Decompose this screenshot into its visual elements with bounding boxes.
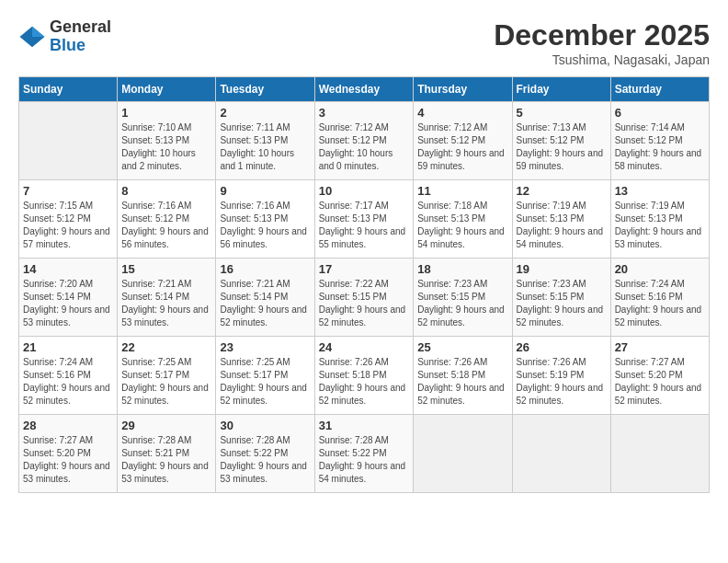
calendar-week-row: 1Sunrise: 7:10 AMSunset: 5:13 PMDaylight… [19,102,710,180]
day-number: 28 [23,419,113,432]
day-info: Sunrise: 7:26 AMSunset: 5:18 PMDaylight:… [319,356,410,408]
calendar-cell [19,102,118,180]
day-number: 21 [23,340,113,354]
day-info: Sunrise: 7:15 AMSunset: 5:12 PMDaylight:… [23,200,113,251]
day-number: 7 [23,184,113,198]
calendar-cell: 26Sunrise: 7:26 AMSunset: 5:19 PMDayligh… [512,337,610,415]
day-number: 9 [220,184,310,198]
day-info: Sunrise: 7:19 AMSunset: 5:13 PMDaylight:… [517,200,607,251]
weekday-header: Monday [118,77,216,102]
calendar-cell: 7Sunrise: 7:15 AMSunset: 5:12 PMDaylight… [19,180,118,259]
day-number: 3 [319,106,410,120]
day-number: 1 [121,106,211,120]
day-number: 8 [121,184,211,198]
calendar-cell: 6Sunrise: 7:14 AMSunset: 5:12 PMDaylight… [610,102,709,180]
calendar-cell: 5Sunrise: 7:13 AMSunset: 5:12 PMDaylight… [512,102,610,180]
day-info: Sunrise: 7:16 AMSunset: 5:12 PMDaylight:… [121,200,211,251]
day-info: Sunrise: 7:27 AMSunset: 5:20 PMDaylight:… [615,356,705,408]
calendar-cell: 8Sunrise: 7:16 AMSunset: 5:12 PMDaylight… [118,180,216,259]
logo-text: General Blue [50,18,111,55]
weekday-header-row: SundayMondayTuesdayWednesdayThursdayFrid… [19,77,710,102]
calendar-cell: 1Sunrise: 7:10 AMSunset: 5:13 PMDaylight… [118,102,216,180]
day-info: Sunrise: 7:13 AMSunset: 5:12 PMDaylight:… [517,121,607,173]
day-info: Sunrise: 7:25 AMSunset: 5:17 PMDaylight:… [121,356,211,408]
calendar-cell [414,415,512,493]
weekday-header: Wednesday [314,77,414,102]
day-number: 27 [615,340,705,354]
svg-marker-1 [32,27,45,37]
calendar-week-row: 7Sunrise: 7:15 AMSunset: 5:12 PMDaylight… [19,180,710,259]
day-number: 6 [615,106,705,120]
day-info: Sunrise: 7:14 AMSunset: 5:12 PMDaylight:… [615,121,705,173]
calendar-cell: 24Sunrise: 7:26 AMSunset: 5:18 PMDayligh… [314,337,414,415]
weekday-header: Friday [512,77,610,102]
day-info: Sunrise: 7:24 AMSunset: 5:16 PMDaylight:… [615,278,705,329]
calendar-cell: 27Sunrise: 7:27 AMSunset: 5:20 PMDayligh… [610,337,709,415]
day-number: 29 [121,419,211,432]
calendar-cell: 17Sunrise: 7:22 AMSunset: 5:15 PMDayligh… [314,259,414,337]
day-number: 20 [615,262,705,276]
day-info: Sunrise: 7:21 AMSunset: 5:14 PMDaylight:… [121,278,211,329]
calendar-cell: 21Sunrise: 7:24 AMSunset: 5:16 PMDayligh… [19,337,118,415]
calendar-cell: 25Sunrise: 7:26 AMSunset: 5:18 PMDayligh… [414,337,512,415]
day-number: 24 [319,340,410,354]
day-number: 11 [417,184,507,198]
logo: General Blue [18,18,111,55]
weekday-header: Tuesday [216,77,314,102]
day-info: Sunrise: 7:28 AMSunset: 5:21 PMDaylight:… [121,434,211,486]
day-number: 4 [417,106,507,120]
day-info: Sunrise: 7:18 AMSunset: 5:13 PMDaylight:… [417,200,507,251]
day-info: Sunrise: 7:12 AMSunset: 5:12 PMDaylight:… [319,121,410,173]
location: Tsushima, Nagasaki, Japan [494,52,710,67]
calendar-cell: 31Sunrise: 7:28 AMSunset: 5:22 PMDayligh… [314,415,414,493]
day-number: 15 [121,262,211,276]
day-number: 17 [319,262,410,276]
day-number: 10 [319,184,410,198]
day-info: Sunrise: 7:11 AMSunset: 5:13 PMDaylight:… [220,121,310,173]
day-number: 30 [220,419,310,432]
calendar-cell: 29Sunrise: 7:28 AMSunset: 5:21 PMDayligh… [118,415,216,493]
calendar-cell: 10Sunrise: 7:17 AMSunset: 5:13 PMDayligh… [314,180,414,259]
day-info: Sunrise: 7:22 AMSunset: 5:15 PMDaylight:… [319,278,410,329]
calendar-cell: 16Sunrise: 7:21 AMSunset: 5:14 PMDayligh… [216,259,314,337]
calendar-cell: 20Sunrise: 7:24 AMSunset: 5:16 PMDayligh… [610,259,709,337]
day-number: 19 [517,262,607,276]
calendar-cell: 18Sunrise: 7:23 AMSunset: 5:15 PMDayligh… [414,259,512,337]
day-number: 31 [319,419,410,432]
title-area: December 2025 Tsushima, Nagasaki, Japan [494,18,710,67]
calendar-cell: 12Sunrise: 7:19 AMSunset: 5:13 PMDayligh… [512,180,610,259]
day-number: 5 [517,106,607,120]
day-number: 25 [417,340,507,354]
day-number: 26 [517,340,607,354]
day-number: 22 [121,340,211,354]
day-info: Sunrise: 7:21 AMSunset: 5:14 PMDaylight:… [220,278,310,329]
calendar-cell: 23Sunrise: 7:25 AMSunset: 5:17 PMDayligh… [216,337,314,415]
day-number: 16 [220,262,310,276]
day-info: Sunrise: 7:17 AMSunset: 5:13 PMDaylight:… [319,200,410,251]
calendar-cell: 3Sunrise: 7:12 AMSunset: 5:12 PMDaylight… [314,102,414,180]
calendar-week-row: 21Sunrise: 7:24 AMSunset: 5:16 PMDayligh… [19,337,710,415]
day-info: Sunrise: 7:26 AMSunset: 5:19 PMDaylight:… [517,356,607,408]
calendar-cell: 11Sunrise: 7:18 AMSunset: 5:13 PMDayligh… [414,180,512,259]
day-info: Sunrise: 7:24 AMSunset: 5:16 PMDaylight:… [23,356,113,408]
day-info: Sunrise: 7:27 AMSunset: 5:20 PMDaylight:… [23,434,113,486]
calendar-week-row: 14Sunrise: 7:20 AMSunset: 5:14 PMDayligh… [19,259,710,337]
day-info: Sunrise: 7:20 AMSunset: 5:14 PMDaylight:… [23,278,113,329]
page-header: General Blue December 2025 Tsushima, Nag… [18,18,710,67]
day-info: Sunrise: 7:23 AMSunset: 5:15 PMDaylight:… [417,278,507,329]
day-number: 14 [23,262,113,276]
weekday-header: Saturday [610,77,709,102]
day-info: Sunrise: 7:10 AMSunset: 5:13 PMDaylight:… [121,121,211,173]
weekday-header: Thursday [414,77,512,102]
day-number: 18 [417,262,507,276]
day-number: 13 [615,184,705,198]
day-info: Sunrise: 7:28 AMSunset: 5:22 PMDaylight:… [220,434,310,486]
day-info: Sunrise: 7:23 AMSunset: 5:15 PMDaylight:… [517,278,607,329]
day-number: 2 [220,106,310,120]
calendar-week-row: 28Sunrise: 7:27 AMSunset: 5:20 PMDayligh… [19,415,710,493]
weekday-header: Sunday [19,77,118,102]
logo-general: General [50,18,111,37]
day-info: Sunrise: 7:16 AMSunset: 5:13 PMDaylight:… [220,200,310,251]
day-info: Sunrise: 7:19 AMSunset: 5:13 PMDaylight:… [615,200,705,251]
day-info: Sunrise: 7:26 AMSunset: 5:18 PMDaylight:… [417,356,507,408]
